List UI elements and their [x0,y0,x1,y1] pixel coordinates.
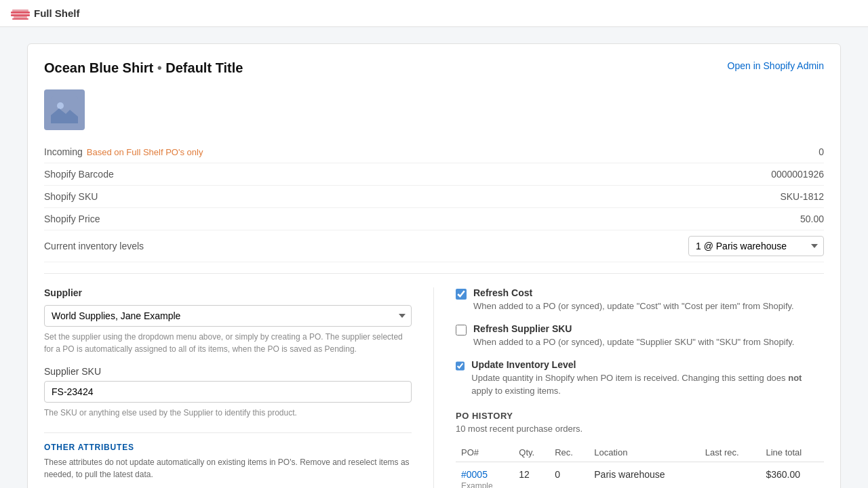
other-attributes-header: OTHER ATTRIBUTES [44,432,412,452]
po-history-section: PO HISTORY 10 most recent purchase order… [456,411,824,488]
svg-rect-3 [14,16,27,18]
incoming-row: Incoming Based on Full Shelf PO's only 0 [44,141,824,163]
price-value: 50.00 [800,214,824,224]
po-sub: Example [461,481,493,488]
update-inventory-checkbox[interactable] [456,361,465,371]
app-logo: Full Shelf [11,6,80,21]
sku-value: SKU-1812 [780,191,824,202]
settings-section: Refresh Cost When added to a PO (or sync… [434,287,824,488]
svg-point-6 [57,102,64,109]
inventory-row: Current inventory levels 1 @ Paris wareh… [44,230,824,262]
barcode-row: Shopify Barcode 0000001926 [44,163,824,186]
col-last-rec: Last rec. [700,443,761,462]
table-row: #0005 Example 12 0 Paris warehouse $360.… [456,462,824,488]
update-inventory-desc: Update quantity in Shopify when PO item … [471,372,824,396]
svg-rect-4 [12,18,28,20]
other-attributes-note: These attributes do not update automatic… [44,456,412,481]
supplier-sku-helper: The SKU or anything else used by the Sup… [44,407,412,419]
barcode-label: Shopify Barcode [44,169,114,180]
top-nav: Full Shelf [0,0,868,27]
incoming-label: Incoming [44,146,83,157]
card-header: Ocean Blue Shirt • Default Title Open in… [44,60,824,76]
incoming-value: 0 [818,146,824,157]
col-qty: Qty. [513,443,549,462]
open-shopify-link[interactable]: Open in Shopify Admin [728,60,824,71]
refresh-cost-label[interactable]: Refresh Cost [473,287,532,298]
update-inventory-row: Update Inventory Level Update quantity i… [456,359,824,396]
col-line-total: Line total [760,443,824,462]
supplier-section-label: Supplier [44,287,412,298]
col-location: Location [589,443,700,462]
product-card: Ocean Blue Shirt • Default Title Open in… [27,43,841,488]
refresh-cost-checkbox[interactable] [456,289,467,300]
rec-cell: 0 [549,462,589,488]
po-table: PO# Qty. Rec. Location Last rec. Line to… [456,443,824,488]
last-rec-cell [700,462,761,488]
po-history-title: PO HISTORY [456,411,824,421]
po-table-header: PO# Qty. Rec. Location Last rec. Line to… [456,443,824,462]
col-po-number: PO# [456,443,513,462]
supplier-helper-text: Set the supplier using the dropdown menu… [44,331,412,355]
inventory-label: Current inventory levels [44,241,144,251]
product-title: Ocean Blue Shirt • Default Title [44,60,243,76]
sku-row: Shopify SKU SKU-1812 [44,186,824,208]
po-link[interactable]: #0005 [461,469,508,480]
po-table-body: #0005 Example 12 0 Paris warehouse $360.… [456,462,824,488]
product-image [44,89,85,130]
svg-rect-2 [11,14,30,16]
supplier-select[interactable]: World Supplies, Jane Example [44,305,412,327]
po-number-cell: #0005 Example [456,462,513,488]
refresh-supplier-sku-label[interactable]: Refresh Supplier SKU [473,323,572,334]
refresh-supplier-sku-row: Refresh Supplier SKU When added to a PO … [456,323,824,348]
sku-label: Shopify SKU [44,191,98,202]
app-name: Full Shelf [34,7,80,19]
price-row: Shopify Price 50.00 [44,208,824,230]
line-total-cell: $360.00 [760,462,824,488]
svg-rect-0 [11,12,30,14]
supplier-sku-label: Supplier SKU [44,366,412,377]
refresh-cost-desc: When added to a PO (or synced), update "… [473,300,794,312]
refresh-supplier-sku-desc: When added to a PO (or synced), update "… [473,336,794,348]
refresh-supplier-sku-checkbox[interactable] [456,325,467,336]
svg-rect-1 [12,9,28,12]
supplier-section: Supplier World Supplies, Jane Example Se… [44,287,434,488]
qty-cell: 12 [513,462,549,488]
incoming-note: Based on Full Shelf PO's only [87,147,203,157]
refresh-cost-row: Refresh Cost When added to a PO (or sync… [456,287,824,312]
po-history-subtitle: 10 most recent purchase orders. [456,424,824,434]
location-cell: Paris warehouse [589,462,700,488]
price-label: Shopify Price [44,214,100,224]
inventory-location-select[interactable]: 1 @ Paris warehouse [688,236,824,256]
barcode-value: 0000001926 [771,169,824,180]
col-rec: Rec. [549,443,589,462]
update-inventory-label[interactable]: Update Inventory Level [471,359,576,370]
logo-icon [11,6,30,21]
supplier-sku-input[interactable] [44,381,412,403]
